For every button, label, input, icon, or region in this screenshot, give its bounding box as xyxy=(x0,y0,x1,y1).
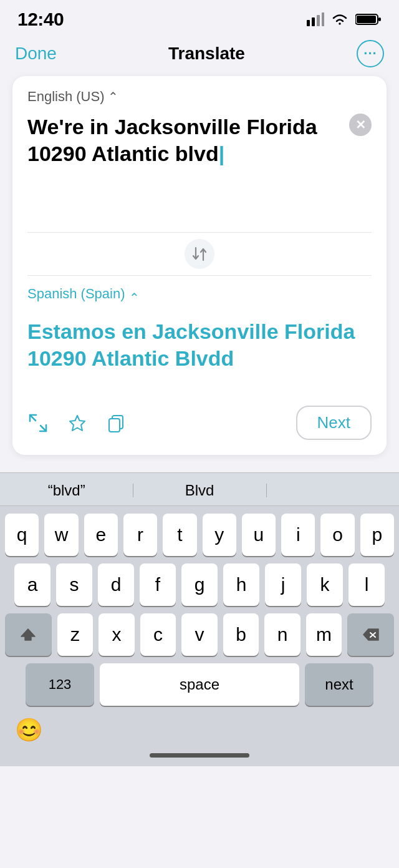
key-l[interactable]: l xyxy=(349,563,385,606)
home-indicator xyxy=(150,753,249,758)
key-q[interactable]: q xyxy=(5,514,39,556)
page-title: Translate xyxy=(168,44,245,64)
next-keyboard-key[interactable]: next xyxy=(305,663,373,706)
source-lang-label: English (US) xyxy=(27,89,104,105)
key-y[interactable]: y xyxy=(203,514,236,556)
key-u[interactable]: u xyxy=(242,514,276,556)
keyboard-rows: q w e r t y u i o p a s d f g h j k l xyxy=(0,506,399,711)
key-row-1: q w e r t y u i o p xyxy=(5,514,394,556)
key-o[interactable]: o xyxy=(320,514,354,556)
svg-rect-1 xyxy=(312,17,315,26)
favorite-icon[interactable] xyxy=(67,413,87,433)
swap-button[interactable] xyxy=(185,239,214,269)
bottom-bar: 😊 xyxy=(0,711,399,748)
key-z[interactable]: z xyxy=(57,613,94,656)
key-t[interactable]: t xyxy=(163,514,196,556)
backspace-key[interactable] xyxy=(347,613,394,656)
swap-icon xyxy=(191,245,208,263)
copy-icon[interactable] xyxy=(106,413,126,433)
svg-rect-2 xyxy=(317,15,320,26)
svg-rect-3 xyxy=(322,12,324,26)
key-p[interactable]: p xyxy=(360,514,394,556)
target-lang-selector[interactable]: Spanish (Spain) ⌃ xyxy=(27,286,372,310)
backspace-icon xyxy=(362,628,380,641)
key-e[interactable]: e xyxy=(84,514,118,556)
source-lang-chevron: ⌃ xyxy=(108,89,118,104)
key-n[interactable]: n xyxy=(264,613,300,656)
clear-button[interactable]: ✕ xyxy=(349,114,372,136)
battery-icon xyxy=(355,12,382,26)
source-text-area[interactable]: We're in Jacksonville Florida 10290 Atla… xyxy=(27,114,372,226)
keyboard-area: “blvd” Blvd q w e r t y u i o p a s d f … xyxy=(0,472,399,711)
svg-rect-0 xyxy=(307,20,310,26)
key-h[interactable]: h xyxy=(223,563,259,606)
expand-icon[interactable] xyxy=(27,412,49,434)
space-key[interactable]: space xyxy=(100,663,299,706)
key-b[interactable]: b xyxy=(223,613,259,656)
key-a[interactable]: a xyxy=(14,563,50,606)
home-indicator-wrap xyxy=(0,748,399,766)
key-c[interactable]: c xyxy=(140,613,176,656)
key-w[interactable]: w xyxy=(44,514,78,556)
key-r[interactable]: r xyxy=(123,514,157,556)
status-bar: 12:40 xyxy=(0,0,399,35)
key-s[interactable]: s xyxy=(56,563,92,606)
source-lang-selector[interactable]: English (US) ⌃ xyxy=(27,89,372,105)
key-d[interactable]: d xyxy=(98,563,134,606)
autocomplete-item-3[interactable] xyxy=(266,482,399,499)
target-lang-label: Spanish (Spain) xyxy=(27,286,125,302)
signal-icon xyxy=(307,12,324,26)
autocomplete-bar: “blvd” Blvd xyxy=(0,473,399,506)
svg-rect-6 xyxy=(357,16,376,23)
key-i[interactable]: i xyxy=(281,514,315,556)
key-x[interactable]: x xyxy=(99,613,135,656)
key-j[interactable]: j xyxy=(265,563,301,606)
next-button[interactable]: Next xyxy=(296,406,372,440)
nav-bar: Done Translate ··· xyxy=(0,35,399,76)
key-row-3: z x c v b n m xyxy=(5,613,394,656)
shift-icon xyxy=(20,627,36,643)
autocomplete-item-2[interactable]: Blvd xyxy=(133,482,266,499)
shift-key[interactable] xyxy=(5,613,52,656)
status-time: 12:40 xyxy=(17,9,64,30)
translate-card: English (US) ⌃ We're in Jacksonville Flo… xyxy=(12,76,387,455)
status-icons xyxy=(307,12,382,26)
action-icons xyxy=(27,412,126,434)
key-row-2: a s d f g h j k l xyxy=(5,563,394,606)
done-button[interactable]: Done xyxy=(15,44,57,64)
key-g[interactable]: g xyxy=(181,563,218,606)
wifi-icon xyxy=(330,12,349,26)
more-button[interactable]: ··· xyxy=(357,40,384,67)
svg-rect-5 xyxy=(378,17,381,21)
key-v[interactable]: v xyxy=(181,613,218,656)
action-row: Next xyxy=(27,406,372,440)
key-k[interactable]: k xyxy=(307,563,343,606)
key-row-bottom: 123 space next xyxy=(5,663,394,706)
emoji-button[interactable]: 😊 xyxy=(15,717,43,743)
autocomplete-item-1[interactable]: “blvd” xyxy=(0,482,133,499)
key-f[interactable]: f xyxy=(140,563,176,606)
target-text-area: Estamos en Jacksonville Florida 10290 At… xyxy=(27,318,372,393)
svg-rect-8 xyxy=(109,419,120,432)
key-m[interactable]: m xyxy=(306,613,342,656)
target-lang-chevron: ⌃ xyxy=(129,290,140,305)
source-text-content: We're in Jacksonville Florida 10290 Atla… xyxy=(27,115,317,165)
swap-section xyxy=(27,232,372,276)
numbers-key[interactable]: 123 xyxy=(26,663,94,706)
